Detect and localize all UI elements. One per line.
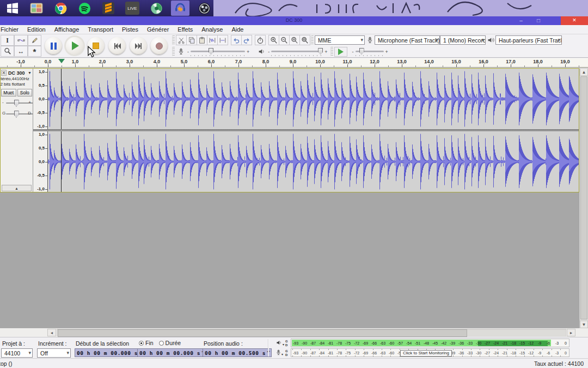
play-at-speed-button[interactable] (334, 47, 347, 57)
selection-start-field[interactable]: 00 h 00 m 00.000 s (75, 348, 144, 357)
waveform-left[interactable] (48, 69, 579, 129)
timeline-label: 19,0 (557, 59, 573, 64)
duration-radio[interactable]: Durée (159, 340, 181, 346)
audio-host-select[interactable]: MME (315, 35, 365, 45)
taskbar-icon-audacity[interactable] (171, 1, 189, 16)
paste-button[interactable] (197, 35, 207, 45)
menu-pistes[interactable]: Pistes (118, 26, 143, 33)
track-collapse-button[interactable]: ▲ (2, 185, 32, 191)
project-rate-select[interactable]: 44100 (1, 348, 33, 358)
fit-project-button[interactable] (299, 35, 310, 45)
scroll-down-arrow[interactable]: ▼ (580, 321, 588, 328)
vertical-scrollbar[interactable]: ▲ ▼ (579, 68, 588, 328)
recording-volume-slider[interactable] (191, 48, 245, 56)
copy-button[interactable] (186, 35, 197, 45)
track-menu-arrow-icon[interactable]: ▼ (28, 71, 33, 75)
gain-thumb[interactable] (14, 100, 19, 107)
taskbar-icon-windows[interactable] (3, 1, 22, 16)
menu-edition[interactable]: Edition (23, 26, 50, 33)
menu-aide[interactable]: Aide (227, 26, 248, 33)
recording-channels-select[interactable]: 1 (Mono) Recordi (440, 35, 486, 45)
menu-effets[interactable]: Effets (173, 26, 197, 33)
scroll-left-arrow[interactable]: ◂ (47, 329, 56, 336)
mute-button[interactable]: Muet (1, 89, 16, 96)
quick-play-marker[interactable] (58, 59, 65, 63)
toolbar-grip[interactable] (311, 35, 314, 45)
cut-button[interactable] (176, 35, 187, 45)
silence-button[interactable] (217, 35, 228, 45)
zoom-in-button[interactable] (268, 35, 279, 45)
toolbar-grip[interactable] (172, 47, 175, 56)
timer-record-button[interactable] (255, 35, 266, 45)
menu-transport[interactable]: Transport (83, 26, 118, 33)
multi-tool-button[interactable]: * (28, 46, 41, 57)
taskbar-icon-photos[interactable] (27, 1, 46, 16)
envelope-tool-button[interactable] (14, 35, 28, 46)
pause-button[interactable] (45, 37, 62, 55)
trim-button[interactable] (207, 35, 218, 45)
horizontal-scroll-track[interactable] (57, 329, 566, 336)
recording-device-select[interactable]: Microphone (Fast Track) (375, 35, 440, 45)
toolbar-grip[interactable] (330, 47, 333, 56)
waveform-right[interactable] (48, 131, 579, 192)
end-radio-dot[interactable] (139, 341, 144, 346)
taskbar-icon-sublime[interactable] (99, 1, 118, 16)
window-titlebar[interactable]: DC 300 – □ ✕ (0, 16, 588, 25)
taskbar-icon-spotify[interactable] (75, 1, 94, 16)
fit-selection-button[interactable] (289, 35, 300, 45)
zoom-out-button[interactable] (279, 35, 290, 45)
play-button[interactable] (66, 37, 83, 55)
toolbar-grip[interactable] (172, 35, 175, 45)
timeline-ruler[interactable]: -2,0-1,00,01,02,03,04,05,06,07,08,09,010… (0, 58, 588, 68)
selection-tool-button[interactable]: I (1, 35, 14, 46)
minimize-button[interactable]: – (514, 16, 528, 25)
duration-radio-dot[interactable] (159, 341, 164, 346)
menu-generer[interactable]: Générer (143, 26, 173, 33)
taskbar-icon-obs[interactable] (195, 1, 213, 16)
end-radio[interactable]: Fin (139, 340, 154, 346)
menu-affichage[interactable]: Affichage (50, 26, 84, 33)
timeshift-tool-button[interactable]: ↔ (14, 46, 28, 57)
track-area[interactable]: X DC 300 ▼ Stéréo,44100Hz 32 bits flotta… (0, 68, 588, 328)
recording-volume-thumb[interactable] (209, 48, 213, 55)
stop-button[interactable] (87, 37, 105, 55)
scroll-up-arrow[interactable]: ▲ (580, 68, 588, 76)
skip-end-button[interactable] (130, 37, 147, 55)
zoom-tool-button[interactable] (1, 46, 14, 57)
snap-select[interactable]: Off (37, 348, 71, 358)
playback-device-select[interactable]: Haut-parleurs (Fast Track) (495, 35, 562, 45)
gain-slider[interactable]: - + (2, 99, 32, 107)
vertical-scale-left[interactable]: 1,00,50,0-0,5-1,0 (33, 69, 48, 129)
close-button[interactable]: ✕ (561, 16, 588, 25)
skip-start-button[interactable] (108, 37, 126, 55)
pan-slider[interactable]: G D (2, 110, 32, 118)
taskbar-icon-chrome[interactable] (51, 1, 70, 16)
draw-tool-button[interactable] (28, 35, 41, 46)
vertical-scale-right[interactable]: 1,00,50,0-0,5-1,0 (33, 131, 48, 192)
vertical-scroll-thumb[interactable] (580, 76, 587, 319)
scroll-right-arrow[interactable]: ▸ (567, 329, 575, 336)
playback-volume-slider[interactable] (271, 48, 323, 56)
playback-volume-thumb[interactable] (318, 48, 323, 55)
track-close-button[interactable]: X (1, 70, 7, 76)
playback-meter[interactable]: -93-90-87-84-81-78-75-72-69-66-63-60-57-… (291, 339, 569, 347)
redo-button[interactable] (241, 35, 252, 45)
maximize-button[interactable]: □ (531, 16, 546, 25)
recording-meter[interactable]: -93-90-87-84-81-78-75-72-69-66-63-60-57-… (291, 348, 569, 357)
menu-analyse[interactable]: Analyse (197, 26, 227, 33)
horizontal-scrollbar[interactable]: ◂ ▸ (0, 328, 588, 337)
pan-thumb[interactable] (14, 111, 19, 118)
record-button[interactable] (150, 37, 168, 55)
playback-speed-thumb[interactable] (359, 48, 364, 55)
taskbar-icon-recorder[interactable] (147, 1, 166, 16)
solo-button[interactable]: Solo (17, 89, 33, 96)
taskbar-icon-live[interactable]: LIVE (123, 1, 142, 16)
horizontal-scroll-thumb[interactable] (58, 329, 467, 337)
start-monitoring-button[interactable]: Click to Start Monitoring (400, 350, 452, 357)
playback-speed-slider[interactable] (356, 48, 384, 56)
audio-position-field[interactable]: 00 h 00 m 00.500 s (203, 348, 272, 357)
selection-end-field[interactable]: 00 h 00 m 00.000 s (137, 348, 206, 357)
track-name[interactable]: DC 300 (7, 70, 25, 76)
undo-button[interactable] (231, 35, 242, 45)
menu-fichier[interactable]: Fichier (0, 26, 23, 33)
